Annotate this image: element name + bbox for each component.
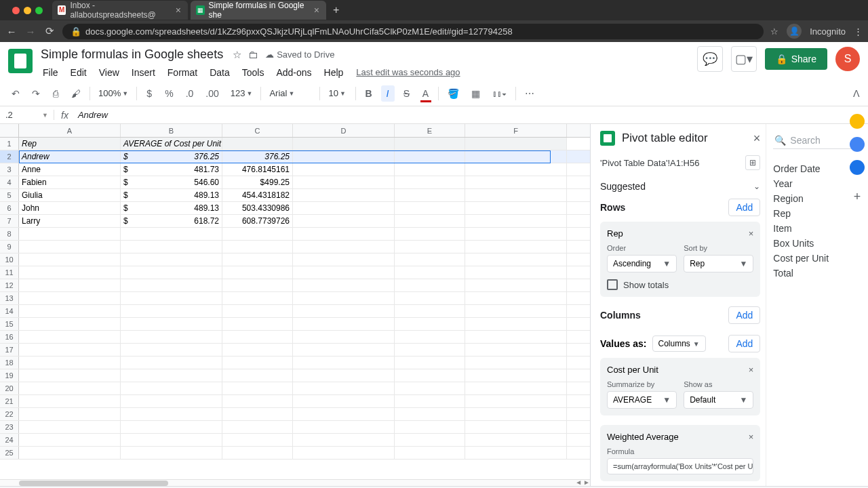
cell[interactable] xyxy=(465,447,567,459)
cell[interactable] xyxy=(395,421,465,433)
cell[interactable] xyxy=(222,305,293,317)
row-header[interactable]: 11 xyxy=(0,266,19,279)
minimize-window-icon[interactable] xyxy=(24,7,31,14)
cell[interactable] xyxy=(293,382,395,394)
cell[interactable] xyxy=(19,434,121,446)
borders-button[interactable]: ▦ xyxy=(468,85,484,102)
percent-button[interactable]: % xyxy=(161,85,176,102)
cell[interactable]: $618.72 xyxy=(121,215,222,227)
menu-help[interactable]: Help xyxy=(319,64,349,81)
sheets-logo[interactable] xyxy=(8,49,33,73)
cell[interactable] xyxy=(293,266,395,279)
cell[interactable] xyxy=(121,279,222,291)
cell[interactable] xyxy=(222,447,293,459)
cell[interactable] xyxy=(395,163,465,176)
cell[interactable]: $546.60 xyxy=(121,176,222,188)
star-icon[interactable]: ☆ xyxy=(770,26,778,37)
cell[interactable] xyxy=(293,189,395,201)
cell[interactable] xyxy=(19,421,121,433)
cell[interactable] xyxy=(222,408,293,420)
cell[interactable]: 476.8145161 xyxy=(222,163,293,176)
table-row[interactable]: 8 xyxy=(0,228,590,241)
table-row[interactable]: 25 xyxy=(0,447,590,460)
add-rows-button[interactable]: Add xyxy=(728,199,760,216)
cell[interactable] xyxy=(465,434,567,446)
cell[interactable]: $376.25 xyxy=(121,150,222,163)
number-format-select[interactable]: 123▼ xyxy=(228,87,256,100)
showas-select[interactable]: Default▼ xyxy=(684,391,753,409)
cell[interactable] xyxy=(121,318,222,330)
cell[interactable] xyxy=(19,357,121,369)
cell[interactable]: Giulia xyxy=(19,189,121,201)
table-row[interactable]: 14 xyxy=(0,305,590,318)
row-header[interactable]: 25 xyxy=(0,447,19,459)
cell[interactable]: $489.13 xyxy=(121,189,222,201)
cell[interactable] xyxy=(121,447,222,459)
formula-input[interactable]: Andrew xyxy=(75,110,111,120)
cell[interactable] xyxy=(293,279,395,291)
cell[interactable] xyxy=(395,176,465,188)
close-tab-icon[interactable]: × xyxy=(174,5,182,16)
cell[interactable] xyxy=(293,369,395,382)
cell[interactable] xyxy=(121,292,222,304)
column-header[interactable]: E xyxy=(395,124,465,137)
table-row[interactable]: 12 xyxy=(0,279,590,292)
menu-format[interactable]: Format xyxy=(163,64,202,81)
cell[interactable] xyxy=(465,138,567,150)
url-input[interactable]: 🔒 docs.google.com/spreadsheets/d/1kZz96p… xyxy=(62,24,764,39)
cell[interactable] xyxy=(293,228,395,240)
cell[interactable]: $481.73 xyxy=(121,163,222,176)
table-row[interactable]: 23 xyxy=(0,421,590,434)
cell[interactable] xyxy=(465,189,567,201)
row-header[interactable]: 17 xyxy=(0,344,19,356)
cell[interactable]: AVERAGE of Cost per Unit Weighted Averag… xyxy=(121,138,222,150)
cell[interactable] xyxy=(465,408,567,420)
cell[interactable] xyxy=(121,331,222,343)
cell[interactable]: 376.25 xyxy=(222,150,293,163)
cell[interactable] xyxy=(293,202,395,214)
row-header[interactable]: 5 xyxy=(0,189,19,201)
table-row[interactable]: 18 xyxy=(0,357,590,369)
inc-decimal-button[interactable]: .00 xyxy=(202,85,222,102)
row-header[interactable]: 20 xyxy=(0,382,19,394)
cell[interactable] xyxy=(293,215,395,227)
cell[interactable] xyxy=(222,266,293,279)
cell[interactable] xyxy=(121,253,222,266)
cell[interactable] xyxy=(395,305,465,317)
row-header[interactable]: 18 xyxy=(0,357,19,369)
cell[interactable] xyxy=(222,138,293,150)
table-row[interactable]: 22 xyxy=(0,408,590,421)
back-button[interactable]: ← xyxy=(5,26,18,37)
menu-icon[interactable]: ⋮ xyxy=(854,26,863,37)
column-header[interactable]: A xyxy=(19,124,121,137)
present-button[interactable]: ▢▾ xyxy=(731,46,757,72)
cell[interactable] xyxy=(293,421,395,433)
cell[interactable] xyxy=(19,331,121,343)
cell[interactable] xyxy=(465,266,567,279)
cell[interactable] xyxy=(222,241,293,253)
table-row[interactable]: 9 xyxy=(0,241,590,253)
last-edit-link[interactable]: Last edit was seconds ago xyxy=(351,64,465,81)
pivot-field-item[interactable]: Total xyxy=(773,266,861,281)
cell[interactable] xyxy=(222,228,293,240)
cell[interactable] xyxy=(395,331,465,343)
cell[interactable] xyxy=(395,292,465,304)
add-addon-button[interactable]: + xyxy=(854,190,861,204)
merge-button[interactable]: ⫾⫾▾ xyxy=(489,85,510,102)
table-row[interactable]: 1RepAVERAGE of Cost per Unit Weighted Av… xyxy=(0,138,590,150)
cell[interactable]: Larry xyxy=(19,215,121,227)
pivot-field-item[interactable]: Item xyxy=(773,221,861,236)
cell[interactable] xyxy=(121,357,222,369)
row-header[interactable]: 8 xyxy=(0,228,19,240)
table-row[interactable]: 7Larry$618.72608.7739726 xyxy=(0,215,590,228)
table-row[interactable]: 13 xyxy=(0,292,590,305)
values-as-select[interactable]: Columns▼ xyxy=(652,336,706,352)
cell[interactable] xyxy=(395,150,465,163)
cell[interactable] xyxy=(465,331,567,343)
cell[interactable] xyxy=(222,318,293,330)
cell[interactable] xyxy=(465,163,567,176)
text-color-button[interactable]: A xyxy=(419,85,433,102)
cell[interactable]: 454.4318182 xyxy=(222,189,293,201)
cell[interactable] xyxy=(465,305,567,317)
cell[interactable] xyxy=(293,176,395,188)
